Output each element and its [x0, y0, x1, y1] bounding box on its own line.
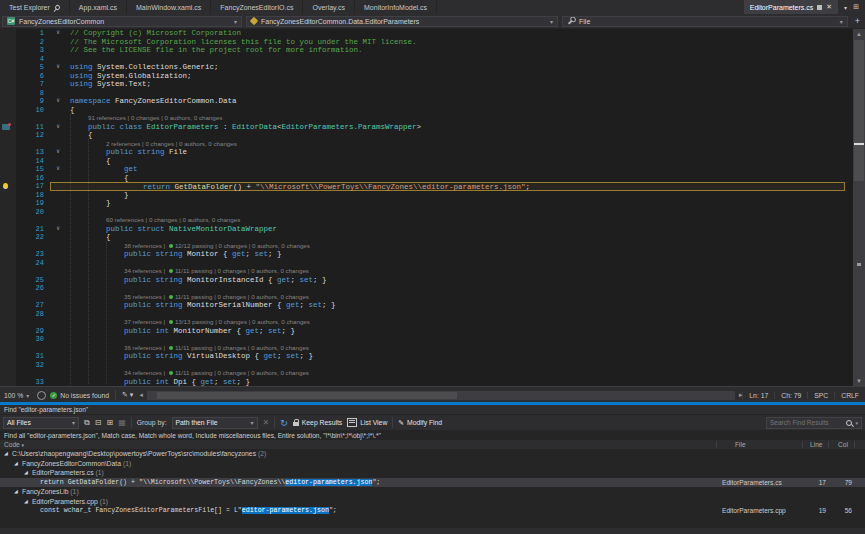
column-divider[interactable]	[854, 441, 855, 448]
code-line[interactable]: 28	[0, 310, 845, 319]
codelens-row[interactable]: 35 references | 11/11 passing | 0 change…	[0, 293, 845, 302]
scrollbar-thumb[interactable]	[157, 392, 457, 399]
refresh-icon[interactable]: ↻	[280, 417, 288, 429]
horizontal-scrollbar[interactable]	[147, 391, 735, 400]
code-line[interactable]: 21∨public struct NativeMonitorDataWrappe…	[0, 225, 845, 234]
codelens-text[interactable]: 60 references | 0 changes | 0 authors, 0…	[66, 216, 240, 225]
tab-app-xaml-cs[interactable]: App.xaml.cs	[70, 0, 127, 14]
code-line[interactable]: 6using System.Globalization;	[0, 72, 845, 81]
code-line[interactable]: 29public int MonitorNumber { get; set; }	[0, 327, 845, 336]
pin-icon[interactable]	[54, 3, 61, 10]
result-group-row[interactable]: ◢FancyZonesLib (1)	[0, 487, 865, 497]
ink-annotation-icon[interactable]: ✎ ▾	[122, 391, 133, 399]
codelens-row[interactable]: 34 references | 11/11 passing | 0 change…	[0, 369, 845, 378]
scope-dropdown[interactable]: All Files ▾	[3, 417, 79, 429]
codelens-row[interactable]: 34 references | 11/11 passing | 0 change…	[0, 267, 845, 276]
member-dropdown[interactable]: File ▾	[562, 16, 848, 27]
code-line[interactable]: 18}	[0, 191, 845, 200]
fold-chevron-icon[interactable]: ∨	[50, 148, 66, 157]
clear-results-icon[interactable]: ✕	[263, 417, 270, 429]
codelens-text[interactable]: 37 references | 13/13 passing | 0 change…	[66, 318, 310, 327]
code-area[interactable]: 1∨// Copyright (c) Microsoft Corporation…	[0, 29, 845, 386]
code-line[interactable]: 17return GetDataFolder() + "\\Microsoft\…	[0, 182, 845, 191]
tab-editorparameters[interactable]: EditorParameters.cs ✕	[744, 0, 838, 14]
tab-fancyzoneseditorio-cs[interactable]: FancyZonesEditorIO.cs	[211, 0, 303, 14]
fold-chevron-icon[interactable]: ∨	[50, 123, 66, 132]
column-col[interactable]: Col	[838, 440, 848, 449]
result-group-row[interactable]: ◢EditorParameters.cpp (1)	[0, 497, 865, 507]
code-line[interactable]: 23public string Monitor { get; set; }	[0, 250, 845, 259]
modify-find-button[interactable]: ✎ Modify Find	[398, 419, 442, 427]
expanded-arrow-icon[interactable]: ◢	[4, 449, 8, 459]
tab-list-dropdown-icon[interactable]: ▾	[844, 4, 847, 11]
code-line[interactable]: 4	[0, 55, 845, 64]
expanded-arrow-icon[interactable]: ◢	[24, 497, 28, 507]
codelens-text[interactable]: 34 references | 11/11 passing | 0 change…	[66, 369, 309, 378]
code-line[interactable]: 30	[0, 335, 845, 344]
expanded-arrow-icon[interactable]: ◢	[24, 468, 28, 478]
find-results-tree[interactable]: ◢C:\Users\zhaopengwang\Desktop\powertoys…	[0, 449, 865, 516]
code-line[interactable]: 33public int Dpi { get; set; }	[0, 378, 845, 387]
code-line[interactable]: 10{	[0, 106, 845, 115]
code-line[interactable]: 3// See the LICENSE file in the project …	[0, 46, 845, 55]
find-results-search[interactable]: ▾	[766, 417, 862, 429]
keep-results-button[interactable]: Keep Results	[293, 419, 342, 426]
codelens-row[interactable]: 91 references | 0 changes | 0 authors, 0…	[0, 114, 845, 123]
code-line[interactable]: 1∨// Copyright (c) Microsoft Corporation	[0, 29, 845, 38]
code-line[interactable]: 22{	[0, 233, 845, 242]
codelens-row[interactable]: 36 references | 11/11 passing | 0 change…	[0, 344, 845, 353]
filter-results-icon[interactable]: ▦	[118, 417, 126, 429]
scrollbar-thumb[interactable]	[854, 40, 864, 181]
codelens-text[interactable]: 36 references | 11/11 passing | 0 change…	[66, 344, 309, 353]
tab-monitorinfomodel-cs[interactable]: MonitorInfoModel.cs	[355, 0, 437, 14]
expanded-arrow-icon[interactable]: ◢	[14, 487, 18, 497]
code-line[interactable]: 16{	[0, 174, 845, 183]
margin-indicator-icon[interactable]	[2, 124, 10, 130]
code-line[interactable]: 11∨public class EditorParameters : Edito…	[0, 123, 845, 132]
expand-all-icon[interactable]: ⊞	[106, 417, 113, 429]
codelens-text[interactable]: 2 references | 0 changes | 0 authors, 0 …	[66, 140, 237, 149]
code-line[interactable]: 13∨public string File	[0, 148, 845, 157]
copy-results-icon[interactable]: ⧉	[84, 417, 90, 429]
codelens-row[interactable]: 2 references | 0 changes | 0 authors, 0 …	[0, 140, 845, 149]
fold-chevron-icon[interactable]: ∨	[50, 29, 66, 38]
fold-chevron-icon[interactable]: ∨	[50, 225, 66, 234]
codelens-row[interactable]: 37 references | 13/13 passing | 0 change…	[0, 318, 845, 327]
column-divider[interactable]	[716, 441, 717, 448]
code-line[interactable]: 25public string MonitorInstanceId { get;…	[0, 276, 845, 285]
column-file[interactable]: File	[735, 440, 746, 449]
zoom-dropdown[interactable]: 100 % ▾	[0, 392, 33, 399]
code-line[interactable]: 24	[0, 259, 845, 268]
code-line[interactable]: 9∨namespace FancyZonesEditorCommon.Data	[0, 97, 845, 106]
code-line[interactable]: 12{	[0, 131, 845, 140]
column-divider[interactable]	[828, 441, 829, 448]
type-dropdown[interactable]: FancyZonesEditorCommon.Data.EditorParame…	[246, 16, 558, 27]
codelens-row[interactable]: 60 references | 0 changes | 0 authors, 0…	[0, 216, 845, 225]
result-group-row[interactable]: ◢C:\Users\zhaopengwang\Desktop\powertoys…	[0, 449, 865, 459]
code-line[interactable]: 7using System.Text;	[0, 80, 845, 89]
search-input[interactable]	[770, 419, 843, 426]
code-line[interactable]: 20	[0, 208, 845, 217]
code-line[interactable]: 26	[0, 284, 845, 293]
code-editor[interactable]: 1∨// Copyright (c) Microsoft Corporation…	[0, 29, 865, 386]
fold-chevron-icon[interactable]: ∨	[50, 165, 66, 174]
fold-chevron-icon[interactable]: ∨	[50, 63, 66, 72]
result-match-row[interactable]: return GetDataFolder() + "\\Microsoft\\P…	[0, 478, 865, 488]
code-line[interactable]: 27public string MonitorSerialNumber { ge…	[0, 301, 845, 310]
result-group-row[interactable]: ◢EditorParameters.cs (1)	[0, 468, 865, 478]
codelens-text[interactable]: 91 references | 0 changes | 0 authors, 0…	[66, 114, 222, 123]
column-divider[interactable]	[802, 441, 803, 448]
window-menu-icon[interactable]: ⊞	[853, 3, 859, 11]
expanded-arrow-icon[interactable]: ◢	[14, 459, 18, 469]
tab-overlay-cs[interactable]: Overlay.cs	[303, 0, 355, 14]
code-line[interactable]: 31public string VirtualDesktop { get; se…	[0, 352, 845, 361]
vertical-scrollbar[interactable]: ▲ ▼	[853, 29, 865, 386]
group-by-dropdown[interactable]: Path then File ▾	[172, 417, 258, 429]
list-view-button[interactable]: List View	[347, 418, 387, 427]
result-group-row[interactable]: ◢FancyZonesEditorCommon\Data (1)	[0, 459, 865, 469]
codelens-text[interactable]: 35 references | 11/11 passing | 0 change…	[66, 293, 309, 302]
code-line[interactable]: 2// The Microsoft Corporation licenses t…	[0, 38, 845, 47]
tab-mainwindow-xaml-cs[interactable]: MainWindow.xaml.cs	[127, 0, 211, 14]
code-line[interactable]: 32	[0, 361, 845, 370]
column-line[interactable]: Line	[810, 440, 822, 449]
